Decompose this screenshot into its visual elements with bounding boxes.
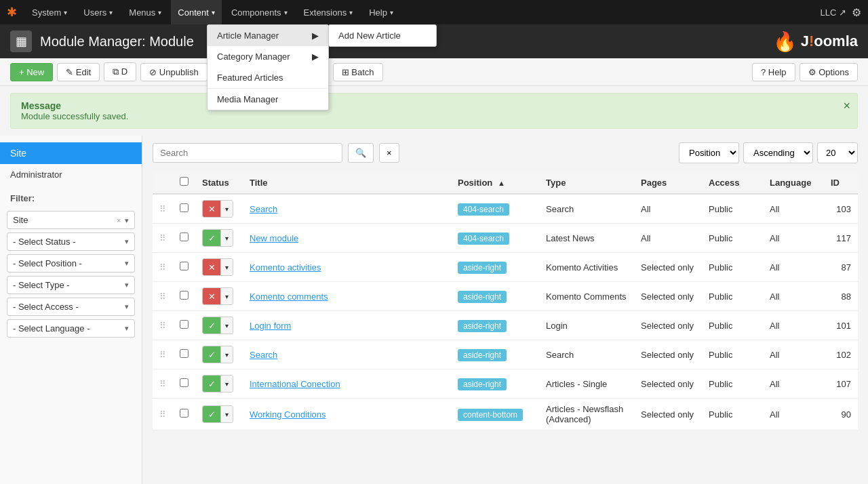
nav-content[interactable]: Content ▾ bbox=[171, 0, 222, 24]
status-toggle-icon[interactable]: ✓ bbox=[203, 346, 220, 363]
status-button[interactable]: ✕ ▾ bbox=[202, 287, 233, 305]
nav-extensions[interactable]: Extensions ▾ bbox=[297, 0, 360, 24]
id-cell: 102 bbox=[824, 340, 858, 369]
language-filter-dropdown[interactable]: - Select Language - ▾ bbox=[7, 319, 135, 338]
sort-by-select[interactable]: Position bbox=[679, 142, 739, 163]
menu-item-article-manager[interactable]: Article Manager ▶ bbox=[208, 25, 328, 46]
site-filter-dropdown[interactable]: Site × ▾ bbox=[7, 211, 135, 229]
type-filter-dropdown[interactable]: - Select Type - ▾ bbox=[7, 276, 135, 294]
menu-item-featured-articles[interactable]: Featured Articles bbox=[208, 67, 328, 88]
company-link[interactable]: LLC ↗ bbox=[821, 7, 846, 18]
menu-item-category-manager[interactable]: Category Manager ▶ bbox=[208, 46, 328, 67]
nav-system[interactable]: System ▾ bbox=[25, 0, 74, 24]
drag-handle[interactable]: ⠿ bbox=[153, 369, 173, 399]
status-button[interactable]: ✓ ▾ bbox=[202, 405, 233, 423]
drag-handle[interactable]: ⠿ bbox=[153, 340, 173, 369]
position-badge: aside-right bbox=[458, 320, 507, 332]
status-toggle-icon[interactable]: ✕ bbox=[203, 201, 220, 217]
title-link[interactable]: Komento activities bbox=[250, 262, 321, 273]
title-link[interactable]: New module bbox=[250, 233, 298, 243]
nav-components[interactable]: Components ▾ bbox=[224, 0, 294, 24]
help-button[interactable]: ? Help bbox=[752, 63, 795, 81]
status-toggle-icon[interactable]: ✓ bbox=[203, 376, 220, 392]
row-checkbox[interactable] bbox=[180, 320, 189, 329]
site-filter-clear-icon[interactable]: × bbox=[117, 216, 121, 224]
options-button[interactable]: ⚙ Options bbox=[800, 63, 858, 81]
unpublish-button[interactable]: ⊘ Unpublish bbox=[140, 63, 207, 81]
col-header-type[interactable]: Type bbox=[539, 172, 634, 194]
status-toggle-icon[interactable]: ✓ bbox=[203, 230, 220, 246]
nav-help[interactable]: Help ▾ bbox=[362, 0, 400, 24]
message-close-button[interactable]: × bbox=[843, 99, 850, 113]
submenu-item-add-new-article[interactable]: Add New Article bbox=[329, 25, 436, 46]
per-page-select[interactable]: 20 bbox=[817, 142, 858, 163]
row-checkbox[interactable] bbox=[180, 233, 189, 241]
status-dropdown-arrow-icon[interactable]: ▾ bbox=[220, 406, 233, 422]
status-toggle-icon[interactable]: ✓ bbox=[203, 317, 220, 334]
drag-handle[interactable]: ⠿ bbox=[153, 282, 173, 311]
duplicate-button[interactable]: ⧉ D bbox=[104, 62, 136, 81]
pages-cell: Selected only bbox=[634, 340, 702, 369]
status-dropdown-arrow-icon[interactable]: ▾ bbox=[220, 230, 233, 246]
search-submit-button[interactable]: 🔍 bbox=[348, 143, 374, 163]
sidebar-item-site[interactable]: Site bbox=[0, 142, 142, 164]
row-checkbox[interactable] bbox=[180, 409, 189, 418]
select-all-checkbox[interactable] bbox=[180, 177, 189, 186]
row-checkbox[interactable] bbox=[180, 349, 189, 358]
status-dropdown-arrow-icon[interactable]: ▾ bbox=[220, 346, 233, 363]
title-link[interactable]: Login form bbox=[250, 321, 291, 331]
status-button[interactable]: ✕ ▾ bbox=[202, 200, 233, 218]
status-dropdown-arrow-icon[interactable]: ▾ bbox=[220, 317, 233, 334]
title-link[interactable]: International Conection bbox=[250, 379, 340, 389]
access-filter-dropdown[interactable]: - Select Access - ▾ bbox=[7, 298, 135, 316]
status-dropdown-arrow-icon[interactable]: ▾ bbox=[220, 201, 233, 217]
drag-handle[interactable]: ⠿ bbox=[153, 311, 173, 340]
position-filter-dropdown[interactable]: - Select Position - ▾ bbox=[7, 254, 135, 273]
col-header-position[interactable]: Position ▲ bbox=[451, 172, 539, 194]
edit-button[interactable]: ✎ Edit bbox=[57, 63, 100, 81]
status-dropdown-arrow-icon[interactable]: ▾ bbox=[220, 259, 233, 275]
col-header-title[interactable]: Title bbox=[243, 172, 451, 194]
status-button[interactable]: ✓ ▾ bbox=[202, 229, 233, 247]
drag-handle[interactable]: ⠿ bbox=[153, 253, 173, 282]
col-header-id[interactable]: ID bbox=[824, 172, 858, 194]
status-button[interactable]: ✓ ▾ bbox=[202, 346, 233, 363]
status-dropdown-arrow-icon[interactable]: ▾ bbox=[220, 288, 233, 304]
col-header-pages[interactable]: Pages bbox=[634, 172, 702, 194]
title-link[interactable]: Working Conditions bbox=[250, 409, 326, 420]
status-button[interactable]: ✕ ▾ bbox=[202, 258, 233, 276]
drag-handle[interactable]: ⠿ bbox=[153, 194, 173, 224]
sort-order-select[interactable]: Ascending bbox=[743, 142, 813, 163]
col-header-language[interactable]: Language bbox=[763, 172, 824, 194]
search-clear-button[interactable]: × bbox=[379, 143, 399, 163]
position-cell: aside-right bbox=[451, 311, 539, 340]
status-toggle-icon[interactable]: ✕ bbox=[203, 259, 220, 275]
new-button[interactable]: + New bbox=[10, 63, 53, 81]
row-checkbox[interactable] bbox=[180, 378, 189, 387]
status-filter-dropdown[interactable]: - Select Status - ▾ bbox=[7, 233, 135, 251]
title-link[interactable]: Search bbox=[250, 350, 277, 360]
search-input[interactable] bbox=[153, 143, 342, 163]
admin-gear-icon[interactable]: ⚙ bbox=[852, 6, 861, 19]
batch-button[interactable]: ⊞ Batch bbox=[333, 63, 383, 81]
status-button[interactable]: ✓ ▾ bbox=[202, 317, 233, 334]
title-link[interactable]: Komento comments bbox=[250, 291, 328, 302]
table-row: ⠿ ✕ ▾ Komento comments aside-right Komen… bbox=[153, 282, 858, 311]
status-toggle-icon[interactable]: ✓ bbox=[203, 406, 220, 422]
nav-menus[interactable]: Menus ▾ bbox=[122, 0, 168, 24]
nav-users[interactable]: Users ▾ bbox=[77, 0, 119, 24]
language-cell: All bbox=[763, 340, 824, 369]
status-dropdown-arrow-icon[interactable]: ▾ bbox=[220, 376, 233, 392]
sidebar-item-administrator[interactable]: Administrator bbox=[0, 164, 142, 185]
menu-item-media-manager[interactable]: Media Manager bbox=[208, 89, 328, 110]
row-checkbox[interactable] bbox=[180, 203, 189, 212]
drag-handle[interactable]: ⠿ bbox=[153, 399, 173, 430]
drag-handle[interactable]: ⠿ bbox=[153, 224, 173, 253]
access-cell: Public bbox=[702, 194, 763, 224]
row-checkbox[interactable] bbox=[180, 262, 189, 270]
status-button[interactable]: ✓ ▾ bbox=[202, 375, 233, 392]
row-checkbox[interactable] bbox=[180, 291, 189, 300]
col-header-access[interactable]: Access bbox=[702, 172, 763, 194]
status-toggle-icon[interactable]: ✕ bbox=[203, 288, 220, 304]
title-link[interactable]: Search bbox=[250, 204, 277, 214]
